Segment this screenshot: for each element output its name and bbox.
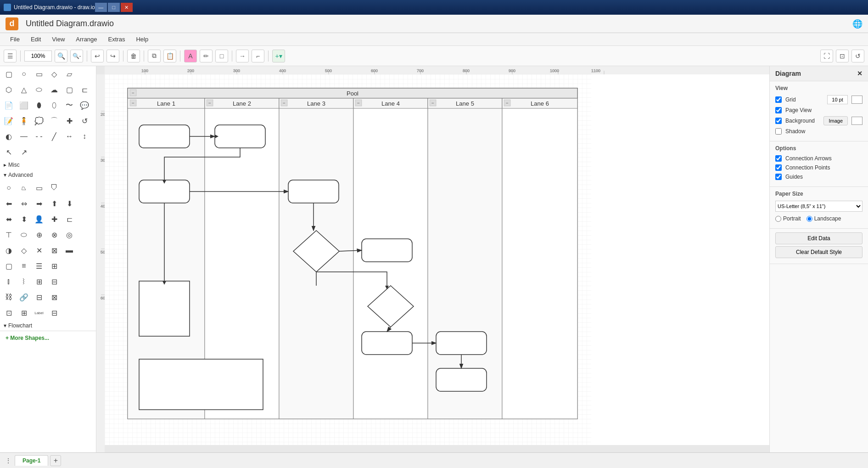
adv-circle2[interactable]: ◎ [62,228,76,242]
shape-tag[interactable]: ⊏ [78,83,91,96]
portrait-label[interactable]: Portrait [775,215,801,222]
shape-cylinder[interactable]: ⬭ [32,83,46,96]
shape-callout[interactable]: 💬 [78,98,91,112]
adv-sq[interactable]: ▢ [2,259,16,273]
shape-dashed[interactable]: - - [32,130,46,143]
shape-arrow-both[interactable]: ↕ [78,130,91,143]
fullscreen-button[interactable]: ⛶ [820,50,833,62]
adv-diamond2[interactable]: ◇ [17,243,31,257]
adv-sub[interactable]: ⊟ [47,306,61,320]
shape-2[interactable] [215,125,265,148]
close-button[interactable]: ✕ [121,3,133,12]
shape-4[interactable] [288,180,339,203]
adv-chain2[interactable]: 🔗 [17,290,31,304]
shape-11[interactable] [139,281,190,336]
landscape-radio[interactable] [806,216,812,222]
shadow-button[interactable]: □ [215,50,228,62]
shape-arrows[interactable]: ↔ [62,130,76,143]
add-page-button[interactable]: + [50,455,61,466]
shape-8[interactable] [362,332,412,355]
panel-close-icon[interactable]: ✕ [857,70,862,77]
adv-trapezoid[interactable]: ⏢ [17,181,31,195]
shape-half-circle[interactable]: ◐ [2,130,16,143]
sidebar-toggle-button[interactable]: ☰ [4,50,17,62]
adv-cols[interactable]: ⫿ [2,275,16,288]
add-button[interactable]: +▾ [272,50,285,62]
misc-section-header[interactable]: ▸ Misc [0,160,96,170]
shape-box3d[interactable]: ⬜ [17,98,31,112]
adv-half[interactable]: ◑ [2,243,16,257]
adv-shield[interactable]: ⛉ [47,181,61,195]
menu-arrange[interactable]: Arrange [71,34,101,45]
connection-points-checkbox[interactable] [775,164,782,171]
adv-bowtie[interactable]: ⊠ [47,243,61,257]
adv-grid2[interactable]: ⊟ [47,275,61,288]
adv-horiz-double[interactable]: ⬌ [2,212,16,226]
reset-view-button[interactable]: ↺ [851,50,864,62]
background-color-box[interactable] [851,117,862,125]
shape-arrow-ul[interactable]: ↖ [2,145,16,159]
adv-left-arr[interactable]: ⬅ [2,197,16,210]
canvas-content[interactable]: Pool − − Lane 1 − Lane 2 [105,74,769,445]
adv-table[interactable]: ⊞ [47,259,61,273]
page-view-checkbox[interactable] [775,107,782,113]
grid-checkbox[interactable] [775,96,782,103]
delete-button[interactable]: 🗑 [127,50,140,62]
menu-file[interactable]: File [6,34,24,45]
menu-edit[interactable]: Edit [26,34,45,45]
shape-arrow-dr[interactable]: ↗ [17,145,31,159]
adv-up-arr[interactable]: ⬆ [47,197,61,210]
background-checkbox[interactable] [775,118,782,124]
grid-color-box[interactable] [851,96,862,104]
clear-default-style-button[interactable]: Clear Default Style [775,246,862,258]
adv-bracket[interactable]: ⊏ [62,212,76,226]
adv-target[interactable]: ⊕ [32,228,46,242]
adv-list2[interactable]: ☰ [32,259,46,273]
shape-bottom[interactable] [139,359,263,410]
shape-cloud[interactable]: ☁ [47,83,61,96]
tab-menu-button[interactable]: ⋮ [4,455,13,466]
adv-chain4[interactable]: ⊠ [47,290,61,304]
connection-style-button[interactable]: → [236,50,249,62]
shape-wave[interactable]: 〜 [62,98,76,112]
shape-doc[interactable]: 📄 [2,98,16,112]
maximize-button[interactable]: □ [108,3,120,12]
shape-diagonal[interactable]: ╱ [47,130,61,143]
shape-note[interactable]: 📝 [2,114,16,128]
more-shapes-button[interactable]: + More Shapes... [6,335,49,341]
shape-loop[interactable]: ↺ [78,114,91,128]
edit-data-button[interactable]: Edit Data [775,232,862,244]
shape-6[interactable] [362,239,412,262]
adv-double-arr[interactable]: ⇔ [17,197,31,210]
menu-extras[interactable]: Extras [104,34,130,45]
copy-button[interactable]: ⧉ [148,50,161,62]
shape-line[interactable]: — [17,130,31,143]
adv-no[interactable]: ⊗ [47,228,61,242]
shape-arrow-l[interactable]: ⬯ [47,98,61,112]
adv-link[interactable]: ⊡ [2,306,16,320]
page-tab-1[interactable]: Page-1 [15,455,48,466]
shape-square[interactable]: ▢ [2,67,16,81]
adv-list[interactable]: ≡ [17,259,31,273]
paste-button[interactable]: 📋 [163,50,176,62]
adv-cols2[interactable]: ⧘ [17,275,31,288]
shape-rounded-rect[interactable]: ▢ [62,83,76,96]
adv-x[interactable]: ✕ [32,243,46,257]
adv-chain3[interactable]: ⊟ [32,290,46,304]
shape-arc[interactable]: ⌒ [47,114,61,128]
diagram-svg[interactable]: Pool − − Lane 1 − Lane 2 [105,74,591,445]
zoom-in-button[interactable]: 🔍 [55,50,67,62]
undo-button[interactable]: ↩ [91,50,104,62]
advanced-section-header[interactable]: ▾ Advanced [0,170,96,180]
fit-page-button[interactable]: ⊡ [836,50,849,62]
shadow-checkbox[interactable] [775,128,782,135]
adv-rack[interactable]: ⊞ [17,306,31,320]
menu-view[interactable]: View [47,34,69,45]
zoom-out-button[interactable]: 🔍- [70,50,83,62]
shape-triangle[interactable]: △ [17,83,31,96]
shape-cross[interactable]: ✚ [62,114,76,128]
connection-arrows-checkbox[interactable] [775,155,782,162]
waypoint-button[interactable]: ⌐ [252,50,264,62]
flowchart-section-header[interactable]: ▾ Flowchart [0,321,96,331]
background-image-button[interactable]: Image [823,116,848,125]
